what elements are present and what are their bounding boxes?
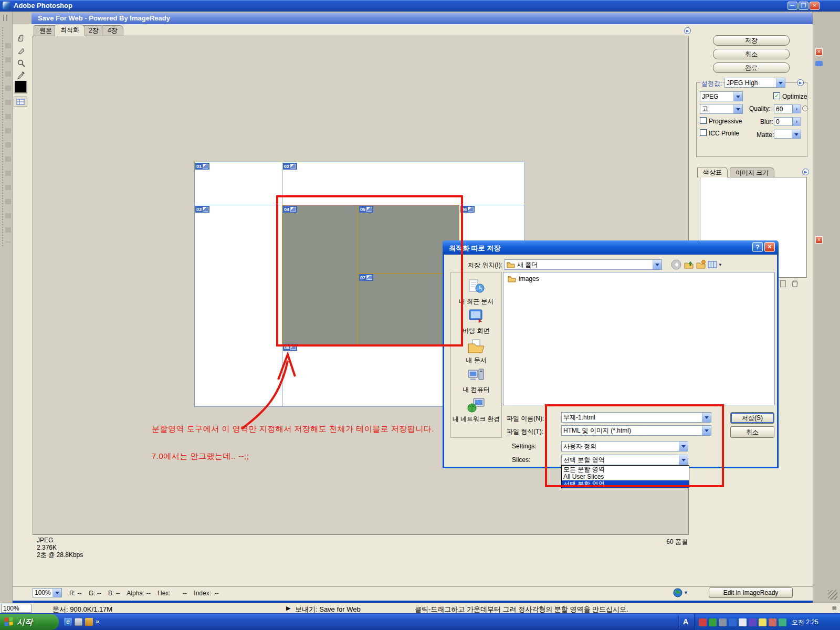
trash-icon[interactable] <box>791 279 799 289</box>
status-arrow-icon[interactable]: ▶ <box>286 605 290 612</box>
window-resize-grip[interactable] <box>828 590 837 600</box>
tab-2up[interactable]: 2장 <box>83 25 104 36</box>
settings-menu-arrow-icon[interactable]: ▶ <box>797 79 804 86</box>
tray-icon[interactable] <box>749 618 757 626</box>
preview-dropdown-arrow-icon[interactable]: ▼ <box>684 590 688 595</box>
zoom-percent-field[interactable]: 100% <box>1 604 32 613</box>
dropdown-arrow-icon[interactable] <box>792 130 801 138</box>
recent-documents-icon <box>466 279 486 296</box>
slice-badge[interactable]: 03 <box>195 206 209 213</box>
dropdown-arrow-icon[interactable] <box>776 78 785 87</box>
quick-launch-icon[interactable] <box>85 618 93 626</box>
dialog-cancel-button[interactable]: 취소 <box>730 426 774 438</box>
quick-launch-overflow-icon[interactable]: » <box>96 617 99 625</box>
matte-combo[interactable] <box>774 130 801 139</box>
quality-field[interactable]: 60 <box>774 104 793 113</box>
slice-image-icon <box>203 207 208 212</box>
tray-icon[interactable] <box>779 618 786 626</box>
taskbar: 시작 e » e 커뮤니티 > 자유로... board Adobe Photo… <box>0 614 840 630</box>
tray-icon[interactable] <box>709 618 717 626</box>
divider <box>13 586 813 587</box>
palette-close-icon[interactable]: × <box>815 48 823 56</box>
corner-patch <box>13 12 32 24</box>
quick-launch-desktop-icon[interactable] <box>75 618 82 626</box>
hand-tool-icon[interactable] <box>15 33 27 44</box>
slices-field-label: Slices: <box>512 456 530 464</box>
help-button[interactable]: ? <box>752 242 763 252</box>
sidebar-item-network[interactable]: 내 네트워크 환경 <box>451 396 501 424</box>
sidebar-item-my-computer[interactable]: 내 컴퓨터 <box>451 367 501 394</box>
dropdown-arrow-icon[interactable] <box>52 589 61 597</box>
done-button[interactable]: 완료 <box>713 62 790 73</box>
optimize-checkbox[interactable]: ✓ <box>773 92 780 99</box>
dropdown-arrow-icon[interactable] <box>733 104 742 113</box>
tray-icon[interactable] <box>769 618 776 626</box>
app-titlebar: Adobe Photoshop ─ ❐ × <box>0 0 840 12</box>
tab-color-table[interactable]: 색상표 <box>697 167 728 177</box>
palette-close-icon[interactable]: × <box>815 236 823 244</box>
filename-label: 파일 이름(N): <box>507 414 544 423</box>
view-menu-icon[interactable]: ▼ <box>708 260 722 269</box>
app-title: Adobe Photoshop <box>14 2 72 9</box>
tab-menu-arrow-icon[interactable]: ▶ <box>684 27 691 34</box>
settings-preset-combo[interactable]: JPEG High <box>724 78 785 88</box>
blur-spinner[interactable]: › <box>793 117 801 126</box>
tab-optimized[interactable]: 최적화 <box>55 25 85 36</box>
tab-image-size[interactable]: 이미지 크기 <box>730 167 774 177</box>
new-folder-icon[interactable] <box>696 259 706 271</box>
tray-icon[interactable] <box>699 618 707 626</box>
eyedropper-tool-icon[interactable] <box>15 69 27 81</box>
quality-channel-icon[interactable] <box>802 106 808 111</box>
back-icon[interactable] <box>671 259 681 271</box>
cancel-button[interactable]: 취소 <box>713 49 790 59</box>
dropdown-arrow-icon[interactable] <box>653 260 662 269</box>
new-swatch-icon[interactable] <box>780 280 786 287</box>
status-time: 2초 @ 28.8Kbps <box>37 551 83 559</box>
folder-icon <box>507 261 515 268</box>
annotation-text-1: 분할영역 도구에서 이 영역만 지정해서 저장해도 전체가 테이블로 저장됩니다… <box>152 424 434 434</box>
quick-launch-ie-icon[interactable]: e <box>64 618 72 626</box>
slice-badge[interactable]: 02 <box>283 163 297 170</box>
eyedropper-color-swatch[interactable] <box>14 80 27 93</box>
settings-field-label: Settings: <box>512 443 537 450</box>
status-menu-icon[interactable]: ≣ <box>832 604 837 612</box>
toolbox-icons-sliver <box>5 43 11 243</box>
color-table-menu-arrow-icon[interactable]: ▶ <box>802 169 809 175</box>
language-indicator[interactable]: A <box>683 617 688 626</box>
dialog-close-button[interactable]: × <box>764 242 775 252</box>
slice-badge[interactable]: 01 <box>195 163 209 170</box>
edit-in-imageready-button[interactable]: Edit in ImageReady <box>709 587 793 598</box>
icc-profile-checkbox[interactable] <box>700 129 707 136</box>
file-item-images[interactable]: images <box>503 272 774 285</box>
zoom-tool-icon[interactable] <box>15 57 27 69</box>
dialog-titlebar[interactable]: 최적화 따로 저장 ? × <box>443 240 779 255</box>
zoom-level-combo[interactable]: 100% <box>33 588 62 597</box>
tray-icon[interactable] <box>759 618 766 626</box>
filetype-label: 파일 형식(T): <box>507 427 543 436</box>
file-list[interactable]: images <box>503 272 775 405</box>
toggle-slices-visibility-icon[interactable] <box>14 97 27 107</box>
dialog-save-button[interactable]: 저장(S) <box>730 412 774 424</box>
annotation-rectangle-slices <box>276 195 463 346</box>
progressive-checkbox[interactable] <box>700 117 707 124</box>
quality-preset-combo[interactable]: 고 <box>700 104 743 114</box>
up-folder-icon[interactable] <box>684 259 694 271</box>
minimize-button[interactable]: ─ <box>788 2 797 10</box>
save-button[interactable]: 저장 <box>713 35 790 46</box>
quality-spinner[interactable]: › <box>793 104 801 113</box>
tab-4up[interactable]: 4장 <box>102 25 123 36</box>
tray-icon[interactable] <box>729 618 737 626</box>
save-location-combo[interactable]: 새 폴더 <box>505 259 662 270</box>
slice-select-tool-icon[interactable] <box>15 45 27 57</box>
dropdown-arrow-icon[interactable] <box>733 92 742 101</box>
format-combo[interactable]: JPEG <box>700 91 743 101</box>
blur-field[interactable]: 0 <box>774 117 793 126</box>
system-tray: 오전 2:25 <box>694 614 840 630</box>
close-button[interactable]: × <box>810 2 820 10</box>
start-button[interactable]: 시작 <box>0 614 59 630</box>
tray-icon[interactable] <box>719 618 727 626</box>
browser-preview-globe-icon[interactable] <box>673 588 682 599</box>
annotation-text-2: 7.0에서는 안그랬는데.. --;; <box>152 452 249 461</box>
tray-icon[interactable] <box>739 618 747 626</box>
maximize-button[interactable]: ❐ <box>799 2 808 10</box>
